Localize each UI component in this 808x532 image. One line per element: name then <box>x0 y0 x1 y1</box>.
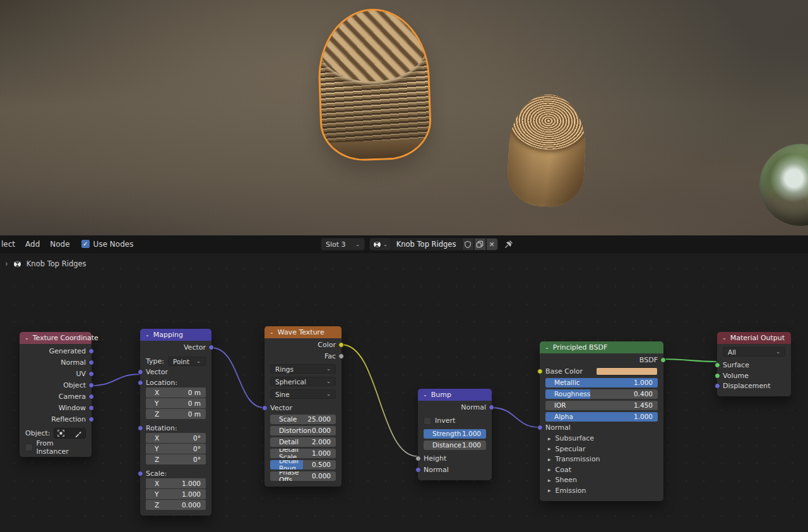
detail-slider[interactable]: Detail2.000 <box>270 437 336 447</box>
socket-bsdf-out[interactable] <box>660 357 666 363</box>
base-color-swatch[interactable] <box>596 367 658 375</box>
node-header[interactable]: ⌄ Material Output <box>717 332 791 344</box>
object-picker-field[interactable] <box>54 428 86 439</box>
socket-scale[interactable] <box>138 471 143 476</box>
collapse-chevron-icon[interactable]: ⌄ <box>545 345 549 350</box>
socket-rotation[interactable] <box>138 425 143 431</box>
socket-uv[interactable] <box>88 371 94 377</box>
chevron-down-icon: ⌄ <box>355 242 360 247</box>
collapse-chevron-icon[interactable]: ⌄ <box>25 335 29 341</box>
output-target-dropdown[interactable]: All ⌄ <box>723 347 785 357</box>
mapping-type-dropdown[interactable]: Point ⌄ <box>168 357 206 366</box>
shader-node-editor[interactable]: › Knob Top Ridges ⌄ Texture Coor <box>0 253 808 532</box>
slot-dropdown[interactable]: Slot 3 ⌄ <box>321 238 365 251</box>
node-header[interactable]: ⌄ Mapping <box>140 329 211 341</box>
section-subsurface[interactable]: ▸Subsurface <box>545 434 658 444</box>
section-coat[interactable]: ▸Coat <box>545 464 658 475</box>
detail-roughness-slider[interactable]: Detail Roug0.500 <box>270 460 336 470</box>
alpha-slider[interactable]: Alpha1.000 <box>545 412 658 422</box>
use-nodes-toggle[interactable]: ✓ Use Nodes <box>81 240 134 249</box>
socket-normal-in[interactable] <box>537 425 543 430</box>
rotation-y-field[interactable]: Y0° <box>146 444 206 454</box>
scale-z-field[interactable]: Z0.000 <box>146 500 206 510</box>
socket-reflection[interactable] <box>88 417 94 422</box>
socket-fac-out[interactable] <box>338 353 344 359</box>
checkbox-checked-icon[interactable]: ✓ <box>81 240 90 248</box>
rotation-x-field[interactable]: X0° <box>146 433 206 443</box>
material-browse-button[interactable]: ⌄ <box>369 238 391 251</box>
node-wave-texture[interactable]: ⌄ Wave Texture Color Fac Rings⌄ Spherica… <box>264 326 342 487</box>
breadcrumb-chevron-icon[interactable]: › <box>5 259 8 268</box>
section-transmission[interactable]: ▸Transmission <box>545 454 658 465</box>
socket-normal-in[interactable] <box>415 467 421 473</box>
ior-slider[interactable]: IOR1.450 <box>545 401 658 410</box>
metallic-slider[interactable]: Metallic1.000 <box>545 378 658 387</box>
rotation-z-field[interactable]: Z0° <box>146 454 206 464</box>
node-header[interactable]: ⌄ Wave Texture <box>264 326 342 338</box>
socket-location[interactable] <box>138 380 143 386</box>
duplicate-material-button[interactable] <box>474 238 486 251</box>
phase-offset-slider[interactable]: Phase Offs0.000 <box>270 471 336 481</box>
pin-button[interactable] <box>504 240 513 249</box>
node-header[interactable]: ⌄ Bump <box>418 389 492 401</box>
section-emission[interactable]: ▸Emission <box>545 485 658 496</box>
menu-select[interactable]: lect <box>1 240 15 249</box>
invert-toggle[interactable]: Invert <box>424 417 486 425</box>
scale-y-field[interactable]: Y1.000 <box>146 489 206 499</box>
wave-type-dropdown[interactable]: Rings⌄ <box>270 364 336 374</box>
distance-slider[interactable]: Distance1.000 <box>424 440 486 450</box>
location-x-field[interactable]: X0 m <box>146 387 206 398</box>
checkbox-unchecked-icon[interactable] <box>424 417 431 425</box>
socket-normal[interactable] <box>88 360 94 365</box>
node-header[interactable]: ⌄ Texture Coordinate <box>20 332 92 344</box>
viewport-selected-ridged-cylinder[interactable] <box>316 7 432 162</box>
socket-surface-in[interactable] <box>715 362 720 368</box>
location-z-field[interactable]: Z0 m <box>146 409 206 419</box>
collapse-chevron-icon[interactable]: ⌄ <box>270 329 274 335</box>
roughness-slider[interactable]: Roughness0.400 <box>545 389 658 399</box>
socket-displacement-in[interactable] <box>715 383 720 389</box>
node-principled-bsdf[interactable]: ⌄ Principled BSDF BSDF Base Color Metall… <box>540 341 663 501</box>
socket-camera[interactable] <box>88 394 94 399</box>
socket-vector-out[interactable] <box>208 345 214 350</box>
collapse-chevron-icon[interactable]: ⌄ <box>145 332 150 338</box>
unlink-material-button[interactable]: ✕ <box>486 238 498 251</box>
socket-height-in[interactable] <box>415 456 421 461</box>
menu-node[interactable]: Node <box>50 240 69 249</box>
socket-normal-out[interactable] <box>489 405 494 410</box>
node-texture-coordinate[interactable]: ⌄ Texture Coordinate Generated Normal UV… <box>20 332 92 457</box>
menu-add[interactable]: Add <box>25 240 40 249</box>
from-instancer-toggle[interactable]: From Instancer <box>25 443 86 452</box>
socket-color-out[interactable] <box>338 342 344 348</box>
material-name-field[interactable]: Knob Top Ridges <box>391 238 462 251</box>
fake-user-shield-button[interactable] <box>462 238 474 251</box>
rings-direction-dropdown[interactable]: Spherical⌄ <box>270 377 336 386</box>
socket-volume-in[interactable] <box>715 373 720 379</box>
node-header[interactable]: ⌄ Principled BSDF <box>540 341 663 353</box>
detail-scale-slider[interactable]: Detail Scale1.000 <box>270 449 336 458</box>
3d-viewport[interactable] <box>0 0 808 235</box>
scale-slider[interactable]: Scale25.000 <box>270 415 336 424</box>
node-bump[interactable]: ⌄ Bump Normal Invert Strength1.000 Dista… <box>418 389 492 480</box>
scale-x-field[interactable]: X1.000 <box>146 478 206 488</box>
socket-base-color[interactable] <box>537 369 543 374</box>
socket-generated[interactable] <box>88 348 94 354</box>
distortion-slider[interactable]: Distortion0.000 <box>270 426 336 435</box>
socket-vector-in[interactable] <box>262 405 268 411</box>
section-specular[interactable]: ▸Specular <box>545 444 658 454</box>
chevron-right-icon: ▸ <box>548 466 551 473</box>
section-sheen[interactable]: ▸Sheen <box>545 475 658 486</box>
socket-object[interactable] <box>88 382 94 388</box>
node-mapping[interactable]: ⌄ Mapping Vector Type: Point ⌄ Vector Lo… <box>140 329 211 516</box>
eyedropper-icon[interactable] <box>74 430 82 437</box>
node-material-output[interactable]: ⌄ Material Output All ⌄ Surface Volume D… <box>717 332 791 396</box>
viewport-rings-cylinder[interactable] <box>506 93 588 208</box>
checkbox-unchecked-icon[interactable] <box>25 444 33 451</box>
socket-vector-in[interactable] <box>138 369 143 375</box>
strength-slider[interactable]: Strength1.000 <box>424 429 486 439</box>
socket-window[interactable] <box>88 405 94 411</box>
collapse-chevron-icon[interactable]: ⌄ <box>423 392 427 398</box>
location-y-field[interactable]: Y0 m <box>146 398 206 408</box>
wave-profile-dropdown[interactable]: Sine⌄ <box>270 389 336 399</box>
collapse-chevron-icon[interactable]: ⌄ <box>722 335 727 341</box>
